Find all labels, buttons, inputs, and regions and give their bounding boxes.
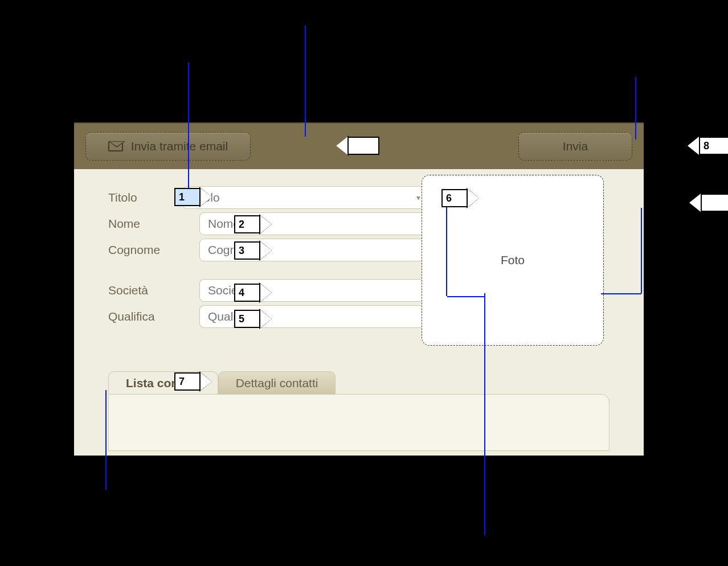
annotation-line: [188, 63, 189, 191]
annotation-line: [484, 293, 485, 535]
tab-contact-details-label: Dettagli contatti: [236, 376, 318, 390]
annotation-number: 6: [446, 192, 452, 204]
annotation-number: 1: [179, 191, 185, 203]
annotation-pointer-6: 6: [441, 189, 479, 207]
send-button[interactable]: Invia: [518, 132, 632, 161]
annotation-line: [601, 293, 641, 294]
app-window: Invia tramite email Invia Titolo ▾ Nome …: [74, 122, 644, 456]
name-input[interactable]: [199, 212, 427, 235]
annotation-line: [641, 208, 642, 293]
annotation-number: 4: [239, 287, 244, 299]
annotation-line: [447, 296, 484, 297]
annotation-pointer-2: 2: [234, 215, 272, 233]
annotation-pointer-8: 8: [688, 137, 728, 155]
annotation-pointer-1: 1: [174, 188, 212, 206]
annotation-pointer-photo: [689, 194, 728, 212]
title-label: Titolo: [108, 191, 182, 204]
role-input[interactable]: [199, 305, 426, 328]
annotation-pointer-4: 4: [234, 284, 272, 302]
annotation-line: [305, 26, 306, 137]
annotation-pointer-7: 7: [174, 372, 212, 391]
annotation-number: 2: [239, 219, 244, 231]
annotation-pointer-3: 3: [234, 241, 272, 260]
annotation-number: 5: [239, 313, 244, 325]
title-input[interactable]: [182, 186, 427, 209]
annotation-line: [635, 77, 636, 140]
mail-icon: [108, 141, 123, 151]
send-email-button[interactable]: Invia tramite email: [85, 132, 251, 161]
annotation-pointer-email: [336, 137, 379, 155]
send-label: Invia: [563, 140, 588, 153]
annotation-number: 8: [704, 140, 709, 152]
surname-label: Cognome: [108, 243, 182, 257]
annotation-number: 7: [179, 376, 185, 388]
role-label: Qualifica: [108, 310, 182, 323]
company-input[interactable]: [199, 279, 426, 302]
tab-contact-details[interactable]: Dettagli contatti: [218, 371, 336, 394]
title-select[interactable]: ▾: [182, 186, 427, 209]
tabs: Lista contatti Dettagli contatti: [108, 371, 336, 394]
annotation-pointer-5: 5: [234, 310, 272, 328]
photo-label: Foto: [501, 253, 525, 267]
annotation-line: [446, 202, 447, 296]
name-label: Nome: [108, 217, 182, 231]
tab-panel: [108, 394, 610, 451]
send-email-label: Invia tramite email: [131, 140, 228, 153]
annotation-number: 3: [239, 245, 244, 257]
form-area: Titolo ▾ Nome Cognome Società ▼ Qualific…: [74, 169, 644, 328]
surname-input[interactable]: [199, 239, 427, 261]
annotation-line: [105, 390, 107, 490]
company-label: Società: [108, 284, 182, 297]
